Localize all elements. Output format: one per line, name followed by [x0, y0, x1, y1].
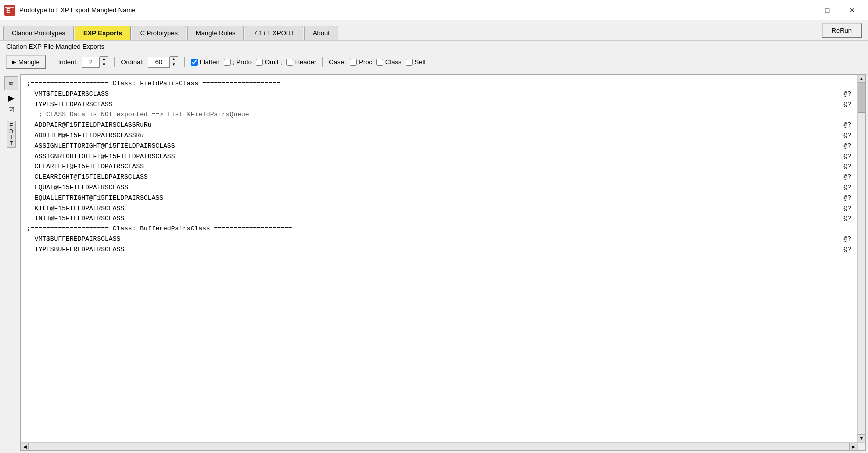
tab-c-prototypes[interactable]: C Prototypes	[132, 26, 186, 40]
header-label: Header	[295, 58, 317, 66]
vertical-scrollbar[interactable]: ▲ ▼	[857, 75, 865, 442]
ordinal-down-button[interactable]: ▼	[170, 62, 178, 68]
omit-checkbox[interactable]	[256, 59, 263, 66]
scroll-right-arrow[interactable]: ▶	[849, 443, 857, 451]
tab-exp-exports[interactable]: EXP Exports	[75, 26, 131, 40]
code-line-name: ;==================== Class: FieldPairsC…	[27, 79, 851, 89]
resize-corner	[857, 443, 865, 451]
indent-spin-buttons: ▲ ▼	[100, 56, 108, 68]
code-line-value: @?	[823, 234, 851, 245]
rerun-button[interactable]: ReRun	[822, 23, 862, 38]
code-line-value: @?	[823, 245, 851, 255]
code-line-value: @?	[823, 141, 851, 152]
indent-input[interactable]	[82, 57, 100, 68]
code-line-name: CLEARRIGHT@F15FIELDPAIRSCLASS	[27, 172, 823, 183]
indent-label: Indent:	[58, 58, 78, 66]
code-line-name: VMT$BUFFEREDPAIRSCLASS	[27, 234, 823, 245]
class-checkbox-wrap[interactable]: Class	[376, 58, 402, 66]
separator-2	[114, 57, 115, 67]
expand-arrow[interactable]: ▶	[8, 93, 14, 103]
omit-checkbox-wrap[interactable]: Omit ;	[256, 58, 282, 66]
self-checkbox[interactable]	[406, 59, 413, 66]
code-line: VMT$FIELDPAIRSCLASS@?	[27, 89, 851, 100]
ordinal-spinner[interactable]: ▲ ▼	[148, 56, 178, 68]
proc-label: Proc	[359, 58, 372, 66]
code-line-value: @?	[823, 204, 851, 214]
code-line: CLEARRIGHT@F15FIELDPAIRSCLASS@?	[27, 172, 851, 183]
play-icon: ▶	[12, 59, 16, 65]
code-display: ;==================== Class: FieldPairsC…	[21, 75, 857, 442]
minimize-button[interactable]: —	[791, 3, 814, 18]
code-line-name: INIT@F15FIELDPAIRSCLASS	[27, 214, 823, 224]
main-area: ⧉ ▶ ☑ E D I T ;==================== Clas…	[0, 72, 868, 453]
edit-e: E	[9, 122, 13, 128]
section-label: Clarion EXP File Mangled Exports	[0, 41, 868, 52]
edit-i: I	[10, 134, 12, 140]
code-line-value: @?	[823, 183, 851, 193]
ordinal-input[interactable]	[148, 57, 170, 68]
code-line-value: @?	[823, 100, 851, 110]
proto-label: ; Proto	[233, 58, 252, 66]
tab-about[interactable]: About	[304, 26, 338, 40]
ordinal-label: Ordinal:	[121, 58, 144, 66]
mangle-button[interactable]: ▶ Mangle	[6, 55, 46, 69]
scroll-left-arrow[interactable]: ◀	[21, 443, 29, 451]
edit-d: D	[9, 128, 13, 134]
code-line-name: KILL@F15FIELDPAIRSCLASS	[27, 204, 823, 214]
code-line-value: @?	[823, 172, 851, 183]
code-line-name: ADDPAIR@F15FIELDPAIRSCLASSRuRu	[27, 120, 823, 131]
proc-checkbox[interactable]	[350, 59, 357, 66]
tab-71-export[interactable]: 7.1+ EXPORT	[245, 26, 303, 40]
toolbar: ▶ Mangle Indent: ▲ ▼ Ordinal: ▲ ▼ Flatte…	[0, 52, 868, 72]
code-line-name: ; CLASS Data is NOT exported ==> List &F…	[27, 110, 851, 120]
scroll-thumb-vertical[interactable]	[858, 83, 865, 113]
code-line: ; CLASS Data is NOT exported ==> List &F…	[27, 110, 851, 120]
maximize-button[interactable]: □	[816, 3, 839, 18]
scroll-track-horizontal[interactable]	[29, 443, 849, 450]
edit-button[interactable]: E D I T	[7, 121, 16, 148]
sidebar-checkbox[interactable]: ☑	[8, 106, 15, 114]
code-line: INIT@F15FIELDPAIRSCLASS@?	[27, 214, 851, 224]
tab-clarion-prototypes[interactable]: Clarion Prototypes	[3, 26, 74, 40]
indent-up-button[interactable]: ▲	[100, 57, 108, 62]
header-checkbox-wrap[interactable]: Header	[286, 58, 317, 66]
code-line-value: @?	[823, 162, 851, 172]
header-checkbox[interactable]	[286, 59, 293, 66]
scroll-up-arrow[interactable]: ▲	[858, 75, 866, 83]
code-line-name: ;==================== Class: BufferedPai…	[27, 224, 851, 234]
class-checkbox[interactable]	[376, 59, 383, 66]
app-icon: E	[4, 5, 15, 16]
code-line: VMT$BUFFEREDPAIRSCLASS@?	[27, 234, 851, 245]
tab-mangle-rules[interactable]: Mangle Rules	[187, 26, 244, 40]
flatten-checkbox[interactable]	[191, 59, 198, 66]
title-bar: E Prototype to EXP Export Mangled Name —…	[0, 0, 868, 20]
indent-spinner[interactable]: ▲ ▼	[82, 56, 108, 68]
proto-checkbox[interactable]	[224, 59, 231, 66]
flatten-label: Flatten	[200, 58, 220, 66]
code-line: CLEARLEFT@F15FIELDPAIRSCLASS@?	[27, 162, 851, 172]
ordinal-up-button[interactable]: ▲	[170, 57, 178, 62]
separator-3	[184, 57, 185, 67]
indent-down-button[interactable]: ▼	[100, 62, 108, 68]
code-line: EQUAL@F15FIELDPAIRSCLASS@?	[27, 183, 851, 193]
code-line-value: @?	[823, 193, 851, 204]
separator-1	[52, 57, 52, 67]
window-controls: — □ ✕	[791, 3, 864, 18]
code-line-value: @?	[823, 89, 851, 100]
scroll-down-arrow[interactable]: ▼	[858, 434, 866, 442]
scroll-track-vertical[interactable]	[858, 83, 865, 434]
flatten-checkbox-wrap[interactable]: Flatten	[191, 58, 220, 66]
code-line-name: ADDITEM@F15FIELDPAIRSCLASSRu	[27, 131, 823, 141]
copy-button[interactable]: ⧉	[4, 76, 18, 90]
tab-bar: Clarion Prototypes EXP Exports C Prototy…	[0, 20, 868, 41]
code-line-name: EQUALLEFTRIGHT@F15FIELDPAIRSCLASS	[27, 193, 823, 204]
proto-checkbox-wrap[interactable]: ; Proto	[224, 58, 252, 66]
main-window: E Prototype to EXP Export Mangled Name —…	[0, 0, 868, 453]
self-checkbox-wrap[interactable]: Self	[406, 58, 426, 66]
proc-checkbox-wrap[interactable]: Proc	[350, 58, 372, 66]
horizontal-scrollbar[interactable]: ◀ ▶	[21, 442, 865, 450]
code-line-value: @?	[823, 214, 851, 224]
close-button[interactable]: ✕	[841, 3, 864, 18]
ordinal-spin-buttons: ▲ ▼	[170, 56, 178, 68]
code-line-name: VMT$FIELDPAIRSCLASS	[27, 89, 823, 100]
